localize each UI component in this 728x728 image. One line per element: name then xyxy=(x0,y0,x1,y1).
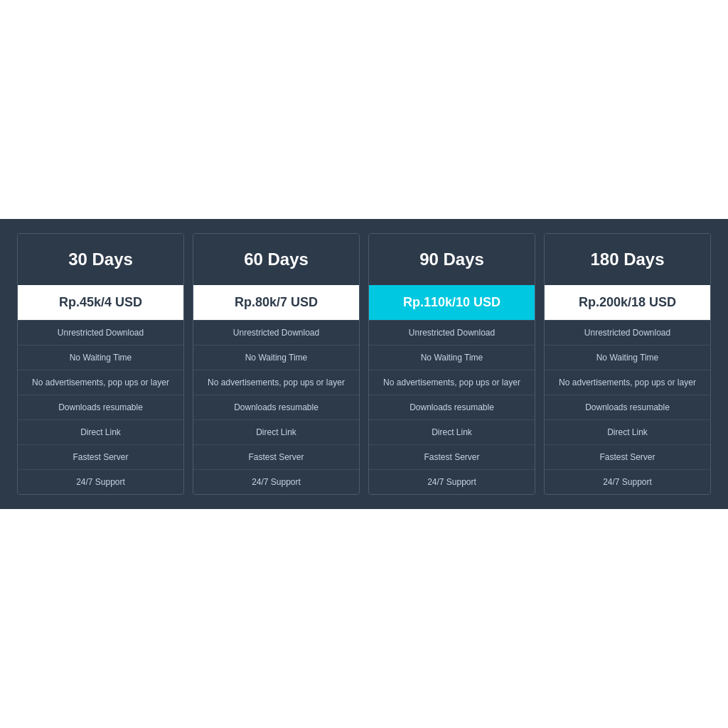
plan-price-plan-30: Rp.45k/4 USD xyxy=(18,285,183,320)
plan-feature-plan-90-5: Fastest Server xyxy=(369,444,535,469)
plan-card-plan-180: 180 DaysRp.200k/18 USDUnrestricted Downl… xyxy=(544,233,711,495)
plan-feature-plan-30-2: No advertisements, pop ups or layer xyxy=(18,370,183,395)
plan-feature-plan-90-3: Downloads resumable xyxy=(369,395,535,419)
plan-title-plan-60: 60 Days xyxy=(193,234,359,285)
plan-card-plan-90: 90 DaysRp.110k/10 USDUnrestricted Downlo… xyxy=(368,233,535,495)
plan-feature-plan-180-2: No advertisements, pop ups or layer xyxy=(545,370,710,395)
plan-feature-plan-90-6: 24/7 Support xyxy=(369,469,535,494)
plan-feature-plan-60-6: 24/7 Support xyxy=(193,469,359,494)
plan-feature-plan-60-0: Unrestricted Download xyxy=(193,320,359,345)
plan-feature-plan-90-2: No advertisements, pop ups or layer xyxy=(369,370,535,395)
plan-title-plan-90: 90 Days xyxy=(369,234,535,285)
plan-feature-plan-180-5: Fastest Server xyxy=(545,444,710,469)
plan-feature-plan-60-5: Fastest Server xyxy=(193,444,359,469)
plan-card-plan-30: 30 DaysRp.45k/4 USDUnrestricted Download… xyxy=(17,233,184,495)
plan-feature-plan-60-2: No advertisements, pop ups or layer xyxy=(193,370,359,395)
plan-feature-plan-90-1: No Waiting Time xyxy=(369,345,535,370)
plan-feature-plan-30-4: Direct Link xyxy=(18,419,183,444)
plan-feature-plan-90-4: Direct Link xyxy=(369,419,535,444)
plan-feature-plan-180-1: No Waiting Time xyxy=(545,345,710,370)
plan-feature-plan-60-1: No Waiting Time xyxy=(193,345,359,370)
plan-feature-plan-30-3: Downloads resumable xyxy=(18,395,183,419)
plan-feature-plan-180-4: Direct Link xyxy=(545,419,710,444)
plan-title-plan-180: 180 Days xyxy=(545,234,710,285)
plan-title-plan-30: 30 Days xyxy=(18,234,183,285)
plan-feature-plan-30-6: 24/7 Support xyxy=(18,469,183,494)
plan-price-plan-60: Rp.80k/7 USD xyxy=(193,285,359,320)
plan-price-plan-90: Rp.110k/10 USD xyxy=(369,285,535,320)
plan-feature-plan-30-5: Fastest Server xyxy=(18,444,183,469)
pricing-section: 30 DaysRp.45k/4 USDUnrestricted Download… xyxy=(0,219,728,509)
plan-price-plan-180: Rp.200k/18 USD xyxy=(545,285,710,320)
plan-feature-plan-30-1: No Waiting Time xyxy=(18,345,183,370)
plan-feature-plan-90-0: Unrestricted Download xyxy=(369,320,535,345)
plan-feature-plan-180-6: 24/7 Support xyxy=(545,469,710,494)
plan-feature-plan-180-0: Unrestricted Download xyxy=(545,320,710,345)
plan-feature-plan-180-3: Downloads resumable xyxy=(545,395,710,419)
plan-feature-plan-60-3: Downloads resumable xyxy=(193,395,359,419)
plan-card-plan-60: 60 DaysRp.80k/7 USDUnrestricted Download… xyxy=(193,233,360,495)
plan-feature-plan-30-0: Unrestricted Download xyxy=(18,320,183,345)
plan-feature-plan-60-4: Direct Link xyxy=(193,419,359,444)
